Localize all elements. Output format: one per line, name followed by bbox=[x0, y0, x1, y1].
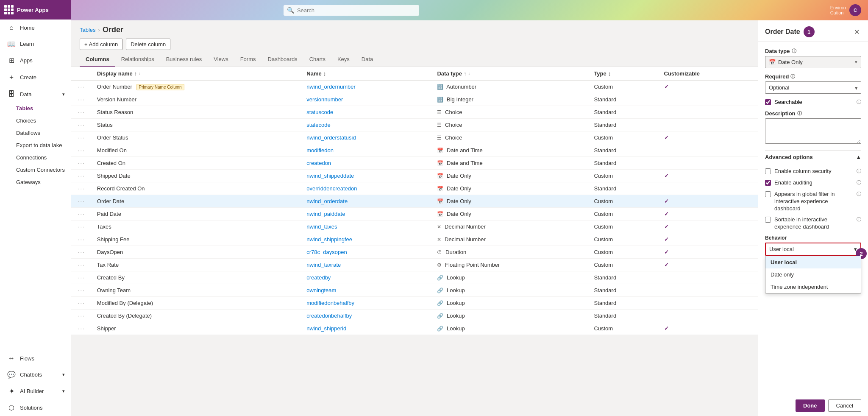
enable-auditing-info-icon[interactable]: ⓘ bbox=[857, 179, 861, 186]
breadcrumb-tables[interactable]: Tables bbox=[80, 27, 96, 33]
sidebar-child-custom-connectors[interactable]: Custom Connectors bbox=[0, 164, 71, 176]
row-menu-cell[interactable]: ··· bbox=[71, 246, 92, 259]
table-row[interactable]: ··· Status statecode ☰ Choice Standard bbox=[71, 119, 758, 131]
table-row[interactable]: ··· DaysOpen cr78c_daysopen ⏱ Duration C… bbox=[71, 246, 758, 259]
row-menu-cell[interactable]: ··· bbox=[71, 182, 92, 195]
tab-business-rules[interactable]: Business rules bbox=[160, 53, 208, 67]
row-menu-cell[interactable]: ··· bbox=[71, 170, 92, 182]
table-row[interactable]: ··· Shipped Date nwind_shippeddate 📅 Dat… bbox=[71, 170, 758, 182]
row-menu-cell[interactable]: ··· bbox=[71, 233, 92, 246]
sortable-info-icon[interactable]: ⓘ bbox=[857, 216, 861, 223]
table-row[interactable]: ··· Modified On modifiedon 📅 Date and Ti… bbox=[71, 144, 758, 157]
sidebar-item-flows[interactable]: ↔ Flows bbox=[0, 350, 71, 366]
done-button[interactable]: Done bbox=[796, 399, 825, 412]
row-context-menu-icon[interactable]: ··· bbox=[76, 84, 87, 90]
table-row[interactable]: ··· Paid Date nwind_paiddate 📅 Date Only… bbox=[71, 208, 758, 221]
sidebar-item-learn[interactable]: 📖 Learn bbox=[0, 36, 71, 52]
table-row[interactable]: ··· Version Number versionnumber 🔢 Big I… bbox=[71, 93, 758, 106]
table-row[interactable]: ··· Shipping Fee nwind_shippingfee ✕ Dec… bbox=[71, 233, 758, 246]
row-menu-cell[interactable]: ··· bbox=[71, 259, 92, 271]
col-display-name-header[interactable]: Display name ↑↓ bbox=[92, 67, 301, 81]
row-menu-cell[interactable]: ··· bbox=[71, 119, 92, 131]
row-context-menu-icon[interactable]: ··· bbox=[76, 211, 87, 217]
table-row[interactable]: ··· Created By (Delegate) createdonbehal… bbox=[71, 310, 758, 322]
row-context-menu-icon[interactable]: ··· bbox=[76, 223, 87, 230]
table-row[interactable]: ··· Order Number Primary Name Column nwi… bbox=[71, 81, 758, 93]
row-context-menu-icon[interactable]: ··· bbox=[76, 160, 87, 166]
row-context-menu-icon[interactable]: ··· bbox=[76, 325, 87, 332]
cancel-button[interactable]: Cancel bbox=[828, 399, 861, 412]
sidebar-item-solutions[interactable]: ⬡ Solutions bbox=[0, 399, 71, 416]
sidebar-item-data[interactable]: 🗄 Data ▾ bbox=[0, 86, 71, 102]
row-context-menu-icon[interactable]: ··· bbox=[76, 96, 87, 103]
enable-security-info-icon[interactable]: ⓘ bbox=[857, 168, 861, 174]
sidebar-child-tables[interactable]: Tables bbox=[0, 102, 71, 114]
row-context-menu-icon[interactable]: ··· bbox=[76, 236, 87, 243]
row-menu-cell[interactable]: ··· bbox=[71, 81, 92, 93]
row-context-menu-icon[interactable]: ··· bbox=[76, 134, 87, 141]
required-info-icon[interactable]: ⓘ bbox=[790, 73, 795, 80]
advanced-toggle[interactable]: Advanced options ▲ bbox=[765, 150, 861, 164]
searchable-checkbox[interactable] bbox=[765, 99, 771, 105]
row-menu-cell[interactable]: ··· bbox=[71, 297, 92, 310]
sidebar-item-create[interactable]: ＋ Create bbox=[0, 69, 71, 86]
row-menu-cell[interactable]: ··· bbox=[71, 284, 92, 297]
tab-relationships[interactable]: Relationships bbox=[115, 53, 160, 67]
global-filter-checkbox[interactable] bbox=[765, 191, 771, 197]
table-row[interactable]: ··· Taxes nwind_taxes ✕ Decimal Number C… bbox=[71, 221, 758, 233]
tab-charts[interactable]: Charts bbox=[303, 53, 331, 67]
row-context-menu-icon[interactable]: ··· bbox=[76, 300, 87, 306]
sidebar-item-ai-builder[interactable]: ✦ AI Builder ▾ bbox=[0, 383, 71, 399]
search-input[interactable] bbox=[284, 5, 419, 16]
sidebar-child-choices[interactable]: Choices bbox=[0, 114, 71, 127]
table-row[interactable]: ··· Created On createdon 📅 Date and Time… bbox=[71, 157, 758, 170]
row-menu-cell[interactable]: ··· bbox=[71, 208, 92, 221]
tab-views[interactable]: Views bbox=[208, 53, 234, 67]
row-menu-cell[interactable]: ··· bbox=[71, 144, 92, 157]
behavior-option-tz-independent[interactable]: Time zone independent bbox=[765, 281, 861, 293]
tab-data[interactable]: Data bbox=[356, 53, 379, 67]
table-row[interactable]: ··· Owning Team owningteam 🔗 Lookup Stan… bbox=[71, 284, 758, 297]
searchable-info-icon[interactable]: ⓘ bbox=[857, 99, 861, 105]
row-menu-cell[interactable]: ··· bbox=[71, 131, 92, 144]
enable-auditing-checkbox[interactable] bbox=[765, 180, 771, 186]
row-context-menu-icon[interactable]: ··· bbox=[76, 147, 87, 154]
sidebar-child-gateways[interactable]: Gateways bbox=[0, 176, 71, 188]
table-row[interactable]: ··· Status Reason statuscode ☰ Choice St… bbox=[71, 106, 758, 119]
sidebar-item-chatbots[interactable]: 💬 Chatbots ▾ bbox=[0, 366, 71, 383]
row-context-menu-icon[interactable]: ··· bbox=[76, 313, 87, 319]
tab-columns[interactable]: Columns bbox=[80, 53, 115, 67]
tab-forms[interactable]: Forms bbox=[234, 53, 262, 67]
row-context-menu-icon[interactable]: ··· bbox=[76, 122, 87, 128]
delete-column-button[interactable]: Delete column bbox=[126, 39, 170, 50]
sidebar-child-connections[interactable]: Connections bbox=[0, 151, 71, 164]
add-column-button[interactable]: + Add column bbox=[80, 39, 122, 50]
behavior-select-box[interactable]: User local ▾ bbox=[765, 243, 861, 256]
col-data-type-header[interactable]: Data type ↑↓ bbox=[432, 67, 589, 81]
behavior-option-user-local[interactable]: User local bbox=[765, 256, 861, 268]
table-row[interactable]: ··· Shipper nwind_shipperid 🔗 Lookup Cus… bbox=[71, 322, 758, 335]
tab-keys[interactable]: Keys bbox=[331, 53, 356, 67]
row-context-menu-icon[interactable]: ··· bbox=[76, 173, 87, 179]
data-type-info-icon[interactable]: ⓘ bbox=[792, 48, 796, 54]
panel-close-button[interactable]: ✕ bbox=[852, 28, 861, 36]
row-menu-cell[interactable]: ··· bbox=[71, 310, 92, 322]
table-row[interactable]: ··· Order Status nwind_orderstatusid ☰ C… bbox=[71, 131, 758, 144]
required-select[interactable]: Optional Business recommended Business r… bbox=[765, 81, 861, 94]
behavior-option-date-only[interactable]: Date only bbox=[765, 268, 861, 281]
table-row[interactable]: ··· Created By createdby 🔗 Lookup Standa… bbox=[71, 271, 758, 284]
description-info-icon[interactable]: ⓘ bbox=[797, 110, 802, 117]
row-context-menu-icon[interactable]: ··· bbox=[76, 262, 87, 268]
row-menu-cell[interactable]: ··· bbox=[71, 322, 92, 335]
row-context-menu-icon[interactable]: ··· bbox=[76, 274, 87, 281]
row-context-menu-icon[interactable]: ··· bbox=[76, 185, 87, 192]
waffle-icon[interactable] bbox=[4, 5, 14, 14]
tab-dashboards[interactable]: Dashboards bbox=[262, 53, 303, 67]
sortable-checkbox[interactable] bbox=[765, 217, 771, 223]
sidebar-item-home[interactable]: ⌂ Home bbox=[0, 20, 71, 36]
col-type-header[interactable]: Type ↕ bbox=[589, 67, 659, 81]
row-context-menu-icon[interactable]: ··· bbox=[76, 198, 87, 204]
table-row[interactable]: ··· Tax Rate nwind_taxrate ⚙ Floating Po… bbox=[71, 259, 758, 271]
row-menu-cell[interactable]: ··· bbox=[71, 93, 92, 106]
sidebar-child-dataflows[interactable]: Dataflows bbox=[0, 127, 71, 139]
